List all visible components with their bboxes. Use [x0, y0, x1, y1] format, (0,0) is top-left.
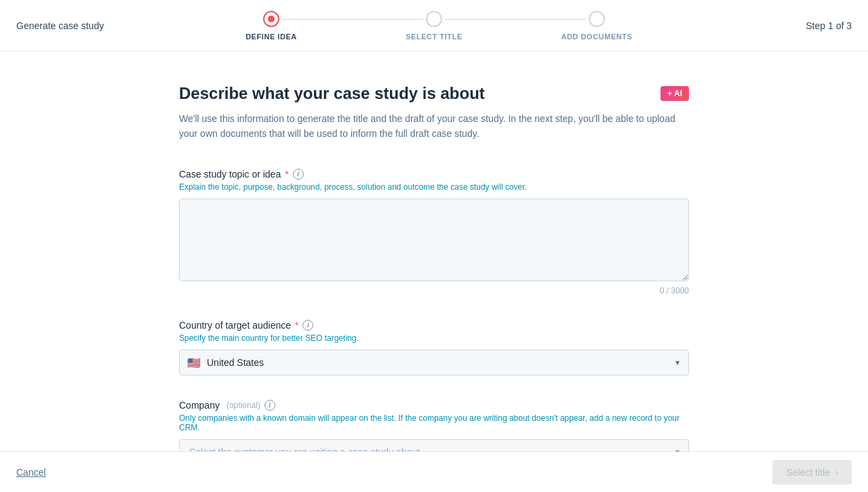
stepper: DEFINE IDEA SELECT TITLE ADD DOCUMENTS — [190, 11, 678, 41]
step-circle-2 — [426, 11, 442, 27]
topic-label: Case study topic or idea * i — [179, 169, 689, 180]
step-label-2: SELECT TITLE — [406, 33, 462, 41]
footer-bar: Cancel Select title › — [0, 451, 868, 492]
country-label: Country of target audience * i — [179, 320, 689, 331]
page-heading-text: Describe what your case study is about — [179, 84, 485, 103]
step-add-documents: ADD DOCUMENTS — [515, 11, 678, 41]
topic-hint: Explain the topic, purpose, background, … — [179, 182, 689, 192]
cancel-button[interactable]: Cancel — [16, 467, 46, 478]
company-info-icon[interactable]: i — [264, 400, 275, 411]
company-label-text: Company — [179, 400, 220, 411]
main-content: Describe what your case study is about +… — [163, 52, 705, 492]
country-hint: Specify the main country for better SEO … — [179, 333, 689, 343]
company-label-row: Company (optional) i — [179, 400, 689, 411]
company-optional: (optional) — [226, 401, 260, 410]
topic-field-section: Case study topic or idea * i Explain the… — [179, 169, 689, 295]
topic-textarea[interactable] — [179, 199, 689, 281]
step-select-title: SELECT TITLE — [353, 11, 515, 41]
country-required: * — [295, 320, 298, 331]
next-button: Select title › — [772, 460, 852, 485]
topic-label-text: Case study topic or idea — [179, 169, 281, 180]
chevron-right-icon: › — [835, 468, 838, 477]
country-select[interactable]: United States United Kingdom Canada Aust… — [179, 350, 689, 375]
char-count: 0 / 3000 — [179, 286, 689, 295]
step-define-idea: DEFINE IDEA — [190, 11, 353, 41]
topic-info-icon[interactable]: i — [293, 169, 304, 180]
company-hint: Only companies with a known domain will … — [179, 413, 689, 432]
app-title: Generate case study — [16, 20, 104, 31]
country-info-icon[interactable]: i — [302, 320, 313, 331]
step-circle-3 — [589, 11, 605, 27]
page-heading-row: Describe what your case study is about +… — [179, 84, 689, 103]
step-label-3: ADD DOCUMENTS — [561, 33, 633, 41]
topic-required: * — [285, 169, 288, 180]
country-field-section: Country of target audience * i Specify t… — [179, 320, 689, 375]
next-button-label: Select title — [786, 467, 830, 478]
country-label-text: Country of target audience — [179, 320, 291, 331]
ai-badge: + AI — [660, 86, 689, 101]
step-indicator: Step 1 of 3 — [806, 20, 852, 31]
country-select-wrapper: 🇺🇸 United States United Kingdom Canada A… — [179, 350, 689, 375]
step-label-1: DEFINE IDEA — [245, 33, 297, 41]
page-description: We'll use this information to generate t… — [179, 111, 689, 142]
top-bar: Generate case study DEFINE IDEA SELECT T… — [0, 0, 868, 52]
step-circle-1 — [263, 11, 279, 27]
